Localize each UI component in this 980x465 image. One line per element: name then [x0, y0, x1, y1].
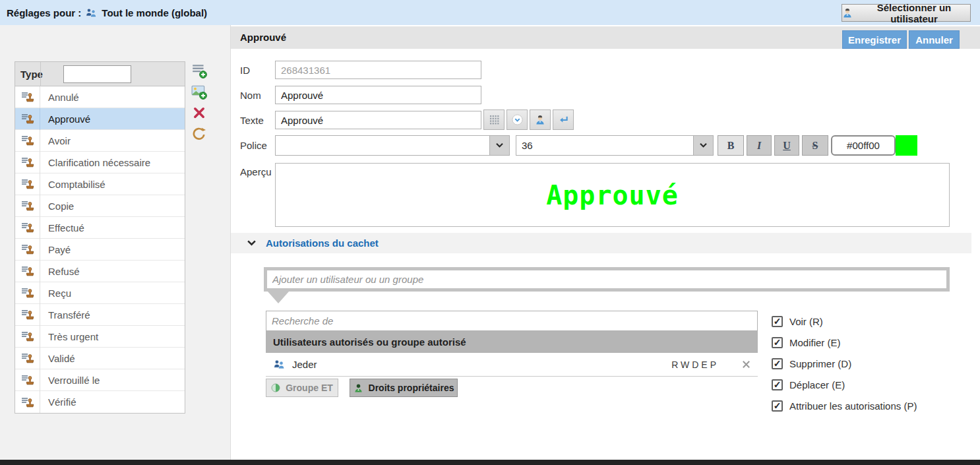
text-label: Texte	[240, 115, 264, 126]
color-swatch[interactable]	[896, 135, 917, 156]
stamp-list-item[interactable]: Reçu	[15, 282, 185, 304]
stamp-icon	[15, 195, 40, 217]
type-column-header: Type	[20, 62, 43, 86]
settings-for-label: Réglages pour :	[7, 7, 81, 18]
checkbox-delete[interactable]	[772, 358, 783, 369]
stamp-icon	[15, 348, 40, 369]
stamp-list-item[interactable]: Refusé	[15, 261, 185, 282]
text-field[interactable]	[275, 111, 481, 129]
id-label: ID	[240, 65, 250, 76]
checkbox-edit[interactable]	[772, 337, 783, 348]
chevron-down-icon	[247, 239, 257, 247]
bold-button[interactable]: B	[718, 135, 744, 156]
grid-icon	[489, 115, 499, 125]
entry-name: Jeder	[292, 359, 317, 370]
section-title: Autorisations du cachet	[266, 237, 379, 249]
font-family-select[interactable]	[275, 135, 510, 156]
stamp-list: Annulé Approuvé Avoir Clarification néce…	[15, 86, 185, 413]
stamp-icon	[15, 239, 40, 261]
font-size-select[interactable]: 36	[516, 135, 714, 156]
color-value-field[interactable]: #00ff00	[831, 135, 896, 156]
stamp-icon	[15, 391, 40, 413]
group-and-button[interactable]: Groupe ET	[266, 379, 338, 397]
close-icon	[741, 359, 751, 369]
permission-row-move: Déplacer (E)	[772, 379, 845, 390]
stamp-list-item[interactable]: Verrouillé le	[15, 369, 185, 391]
stamp-list-item[interactable]: Très urgent	[15, 326, 185, 348]
stamp-icon	[15, 261, 40, 282]
stamp-list-item-selected[interactable]: Approuvé	[15, 108, 185, 130]
authorized-users-header: Utilisateurs autorisés ou groupe autoris…	[266, 331, 758, 353]
stamp-icon	[15, 86, 40, 108]
type-filter-input[interactable]	[63, 65, 131, 83]
stamp-icon	[15, 304, 40, 326]
column-divider	[40, 62, 41, 86]
cancel-button[interactable]: Annuler	[909, 30, 960, 49]
name-label: Nom	[240, 90, 261, 101]
stamp-icon	[15, 130, 40, 152]
stamp-list-item[interactable]: Avoir	[15, 130, 185, 152]
stamp-type-table: Type Annulé Approuvé Avoir Clarification…	[15, 61, 185, 414]
select-user-button[interactable]: Sélectionner un utilisateur	[842, 4, 971, 22]
underline-button[interactable]: U	[774, 135, 799, 156]
stamp-list-item[interactable]: Clarification nécessaire	[15, 152, 185, 173]
stamp-list-item[interactable]: Validé	[15, 348, 185, 369]
permission-row-view: Voir (R)	[772, 316, 823, 327]
sidebar-actions	[190, 63, 208, 142]
permission-entry-row[interactable]: Jeder RWDEP	[266, 353, 758, 377]
stamp-icon	[15, 282, 40, 304]
insert-date-button[interactable]	[506, 109, 528, 130]
delete-stamp-button[interactable]	[191, 105, 207, 121]
sidebar: Type Annulé Approuvé Avoir Clarification…	[0, 25, 231, 460]
stamp-preview-text: Approuvé	[546, 180, 679, 210]
stamp-list-item[interactable]: Payé	[15, 239, 185, 261]
stamp-list-item[interactable]: Effectué	[15, 217, 185, 239]
permission-search-input[interactable]	[266, 311, 758, 331]
stamp-list-item[interactable]: Copie	[15, 195, 185, 217]
checkbox-assign[interactable]	[772, 400, 783, 412]
add-text-stamp-button[interactable]	[191, 63, 207, 78]
name-field[interactable]	[275, 86, 481, 104]
refresh-button[interactable]	[191, 126, 207, 142]
save-button[interactable]: Enregistrer	[842, 30, 907, 49]
permission-row-delete: Supprimer (D)	[772, 358, 851, 369]
italic-button[interactable]: I	[747, 135, 772, 156]
permissions-section-header[interactable]: Autorisations du cachet	[231, 233, 971, 253]
owner-rights-button[interactable]: Droits propriétaires	[350, 379, 458, 397]
add-user-input[interactable]	[267, 270, 946, 288]
table-header: Type	[15, 62, 185, 86]
stamp-list-item[interactable]: Annulé	[15, 86, 185, 108]
dots-grid-button[interactable]	[483, 109, 505, 130]
checkbox-view[interactable]	[772, 316, 783, 327]
strikethrough-button[interactable]: S	[802, 135, 828, 156]
stamp-list-item[interactable]: Vérifié	[15, 391, 185, 413]
stamp-icon	[15, 173, 40, 195]
stamp-icon	[15, 152, 40, 173]
insert-user-button[interactable]	[530, 109, 551, 130]
stamp-preview-box: Approuvé	[275, 163, 950, 227]
owner-person-icon	[353, 383, 363, 393]
remove-entry-button[interactable]	[741, 359, 751, 369]
permission-row-edit: Modifier (E)	[772, 337, 841, 348]
stamp-icon	[15, 369, 40, 391]
stamp-settings-window: Réglages pour : Tout le monde (global) S…	[0, 0, 980, 465]
user-icon	[842, 8, 853, 18]
stamp-list-item[interactable]: Transféré	[15, 304, 185, 326]
stamp-icon	[15, 217, 40, 239]
checkbox-move[interactable]	[772, 379, 783, 390]
preview-label: Aperçu	[240, 166, 272, 177]
add-image-stamp-button[interactable]	[191, 84, 207, 100]
settings-scope-value: Tout le monde (global)	[102, 7, 207, 18]
bottom-strip	[0, 460, 980, 465]
stamp-icon	[15, 108, 40, 130]
chevron-down-icon	[489, 136, 509, 155]
insert-linebreak-button[interactable]	[553, 109, 574, 130]
group-icon	[273, 359, 286, 370]
id-field[interactable]	[275, 61, 481, 79]
stamp-list-item[interactable]: Comptabilisé	[15, 173, 185, 195]
everyone-group-icon	[85, 7, 98, 18]
chevron-circle-icon	[512, 114, 523, 125]
font-label: Police	[240, 140, 267, 151]
sphere-icon	[271, 383, 280, 392]
entry-rights: RWDEP	[671, 359, 719, 370]
